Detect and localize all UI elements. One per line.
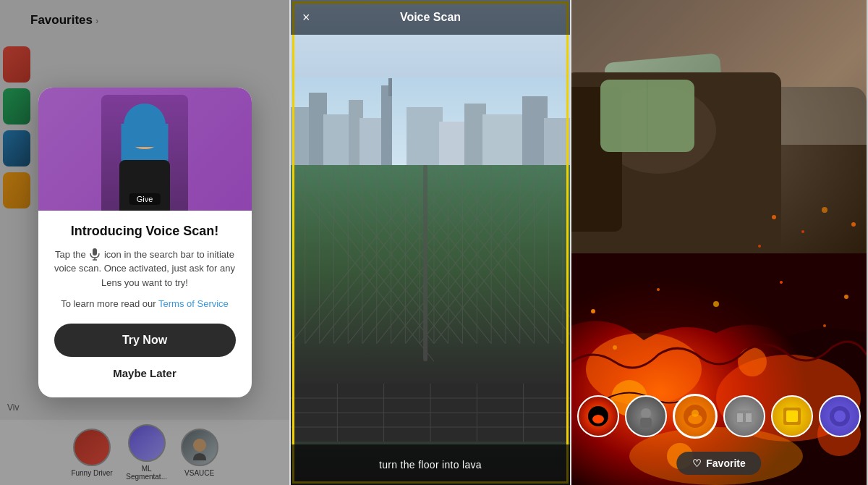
modal-person-image: Give — [101, 95, 188, 211]
right-panel: ♡ Favorite — [571, 0, 867, 485]
svg-point-96 — [823, 324, 826, 327]
caption-text: turn the floor into lava — [379, 459, 482, 471]
svg-point-81 — [851, 222, 856, 227]
lens-item-orange-active[interactable] — [673, 394, 718, 439]
fence-area — [291, 165, 570, 442]
tap-prefix: Tap the — [55, 249, 86, 260]
favorite-label: Favorite — [706, 457, 745, 469]
svg-rect-106 — [737, 413, 743, 422]
buildings-svg — [291, 78, 570, 165]
svg-rect-12 — [407, 107, 443, 165]
heart-icon: ♡ — [692, 457, 702, 469]
modal-title: Introducing Voice Scan! — [54, 224, 236, 239]
camera-header: × Voice Scan — [291, 0, 570, 35]
lava-view: ♡ Favorite — [571, 0, 867, 485]
lens-item-extra[interactable] — [819, 395, 861, 437]
svg-point-94 — [780, 281, 783, 284]
lava-svg — [571, 253, 867, 485]
terms-of-service-link[interactable]: Terms of Service — [158, 298, 229, 309]
lens-item-gold[interactable] — [771, 395, 813, 437]
maybe-later-button[interactable]: Maybe Later — [54, 367, 236, 379]
lava-floor — [571, 253, 867, 485]
svg-rect-109 — [786, 410, 798, 422]
svg-point-79 — [801, 230, 804, 233]
couch-svg — [571, 0, 867, 268]
svg-point-95 — [844, 295, 848, 299]
svg-rect-13 — [439, 122, 468, 165]
svg-point-104 — [692, 410, 699, 417]
mic-icon — [90, 248, 100, 261]
svg-rect-1 — [93, 248, 97, 256]
give-label: Give — [129, 193, 161, 205]
lens-item-room[interactable] — [723, 395, 765, 437]
couch-area — [571, 0, 867, 268]
modal-image: Give — [38, 88, 252, 211]
favorite-button[interactable]: ♡ Favorite — [676, 452, 761, 475]
modal-content: Introducing Voice Scan! Tap the icon in … — [38, 211, 252, 381]
svg-rect-17 — [544, 118, 570, 165]
svg-rect-15 — [482, 114, 526, 165]
try-now-button[interactable]: Try Now — [54, 324, 236, 357]
modal-description: Tap the icon in the search bar to initia… — [54, 248, 236, 290]
svg-point-88 — [738, 347, 767, 376]
close-button[interactable]: × — [302, 10, 310, 25]
terms-prefix: To learn more read our — [61, 298, 156, 309]
svg-point-82 — [758, 245, 761, 248]
svg-rect-7 — [323, 114, 352, 165]
camera-title: Voice Scan — [400, 11, 461, 24]
svg-rect-9 — [359, 118, 385, 165]
svg-rect-107 — [746, 413, 752, 422]
svg-point-99 — [592, 415, 604, 423]
left-panel: Favourites › Viv Funny Driver ML Segment… — [0, 0, 289, 485]
svg-rect-101 — [640, 418, 652, 428]
lens-selector-row — [571, 391, 867, 442]
svg-point-93 — [713, 301, 719, 307]
svg-point-111 — [834, 410, 846, 422]
sky-area — [291, 35, 570, 165]
svg-point-91 — [591, 309, 595, 313]
camera-view: × Voice Scan — [291, 0, 570, 485]
lens-item-char[interactable] — [625, 395, 667, 437]
modal-overlay: Give Introducing Voice Scan! Tap the ico… — [0, 0, 289, 485]
couch-background — [571, 0, 867, 268]
lens-item-lava[interactable] — [577, 395, 619, 437]
svg-rect-11 — [388, 78, 392, 96]
person-hair — [124, 104, 166, 147]
caption-bar: turn the floor into lava — [291, 444, 570, 485]
svg-point-100 — [641, 408, 651, 418]
svg-point-78 — [772, 215, 776, 219]
svg-rect-16 — [522, 96, 548, 165]
voice-scan-modal: Give Introducing Voice Scan! Tap the ico… — [38, 88, 252, 398]
svg-rect-62 — [423, 165, 427, 361]
svg-rect-10 — [381, 85, 392, 165]
floor-tiles-svg — [291, 384, 570, 442]
svg-point-97 — [613, 345, 617, 350]
svg-point-80 — [822, 207, 827, 213]
svg-point-92 — [657, 288, 660, 291]
modal-terms: To learn more read our Terms of Service — [54, 298, 236, 309]
middle-panel: × Voice Scan — [289, 0, 571, 485]
